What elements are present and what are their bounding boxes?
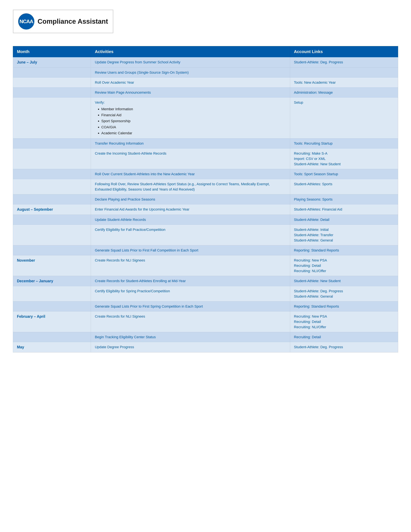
col-activities: Activities bbox=[91, 46, 290, 57]
table-row: MayUpdate Degree ProgressStudent-Athlete… bbox=[13, 342, 398, 352]
month-cell: February – April bbox=[13, 312, 91, 332]
account-cell: Recruiting: Make S-AImport: CSV or XMLSt… bbox=[290, 149, 398, 169]
activity-cell: Declare Playing and Practice Seasons bbox=[91, 194, 290, 204]
account-cell: Student-Athlete: Deg. ProgressStudent-At… bbox=[290, 286, 398, 302]
page-header: NCAA Compliance Assistant bbox=[13, 10, 398, 33]
account-cell bbox=[290, 67, 398, 77]
account-cell: Student-Athlete: Detail bbox=[290, 215, 398, 225]
month-cell bbox=[13, 245, 91, 255]
month-cell bbox=[13, 139, 91, 149]
logo-box: NCAA Compliance Assistant bbox=[13, 10, 113, 33]
month-cell bbox=[13, 302, 91, 312]
ncaa-logo: NCAA bbox=[18, 13, 34, 29]
month-cell bbox=[13, 194, 91, 204]
account-cell: Recruiting: Detail bbox=[290, 332, 398, 342]
account-cell: Tools: Sport Season Startup bbox=[290, 169, 398, 179]
table-row: Certify Eligibility for Spring Practice/… bbox=[13, 286, 398, 302]
table-row: June – JulyUpdate Degree Progress from S… bbox=[13, 57, 398, 67]
table-row: Following Roll Over, Review Student-Athl… bbox=[13, 179, 398, 194]
col-month: Month bbox=[13, 46, 91, 57]
month-cell: June – July bbox=[13, 57, 91, 67]
month-cell bbox=[13, 225, 91, 245]
activity-cell: Update Degree Progress bbox=[91, 342, 290, 352]
table-row: Roll Over Academic YearTools: New Academ… bbox=[13, 77, 398, 87]
month-cell bbox=[13, 215, 91, 225]
table-row: NovemberCreate Records for NLI SigneesRe… bbox=[13, 255, 398, 276]
table-row: Generate Squad Lists Prior to First Spri… bbox=[13, 302, 398, 312]
month-cell bbox=[13, 179, 91, 194]
month-cell bbox=[13, 149, 91, 169]
account-cell: Student-Athlete: Deg. Progress bbox=[290, 342, 398, 352]
table-row: Transfer Recruiting InformationTools: Re… bbox=[13, 139, 398, 149]
activity-cell: Enter Financial Aid Awards for the Upcom… bbox=[91, 204, 290, 215]
table-row: Review Users and Groups (Single-Source S… bbox=[13, 67, 398, 77]
table-row: Roll Over Current Student-Athletes into … bbox=[13, 169, 398, 179]
activity-cell: Create Records for NLI Signees bbox=[91, 312, 290, 332]
col-account-links: Account Links bbox=[290, 46, 398, 57]
month-cell bbox=[13, 286, 91, 302]
month-cell bbox=[13, 67, 91, 77]
month-cell bbox=[13, 332, 91, 342]
account-cell: Student-Athletes: Financial Aid bbox=[290, 204, 398, 215]
month-cell bbox=[13, 77, 91, 87]
table-row: Certify Eligibility for Fall Practice/Co… bbox=[13, 225, 398, 245]
account-cell: Student-Athlete: New Student bbox=[290, 276, 398, 286]
activity-cell: Generate Squad Lists Prior to First Spri… bbox=[91, 302, 290, 312]
account-cell: Reporting: Standard Reports bbox=[290, 302, 398, 312]
app-title: Compliance Assistant bbox=[37, 18, 108, 25]
account-cell: Playing Seasons: Sports bbox=[290, 194, 398, 204]
month-cell: August – September bbox=[13, 204, 91, 215]
activity-cell: Roll Over Academic Year bbox=[91, 77, 290, 87]
activity-cell: Update Degree Progress from Summer Schoo… bbox=[91, 57, 290, 67]
activity-cell: Certify Eligibility for Spring Practice/… bbox=[91, 286, 290, 302]
table-row: Verify:Member InformationFinancial AidSp… bbox=[13, 97, 398, 139]
account-cell: Administration: Message bbox=[290, 87, 398, 97]
table-row: August – SeptemberEnter Financial Aid Aw… bbox=[13, 204, 398, 215]
activity-cell: Transfer Recruiting Information bbox=[91, 139, 290, 149]
activity-cell: Following Roll Over, Review Student-Athl… bbox=[91, 179, 290, 194]
table-row: Create the Incoming Student-Athlete Reco… bbox=[13, 149, 398, 169]
month-cell bbox=[13, 87, 91, 97]
account-cell: Student-Athletes: Sports bbox=[290, 179, 398, 194]
activity-cell: Create Records for NLI Signees bbox=[91, 255, 290, 276]
month-cell bbox=[13, 169, 91, 179]
table-row: December – JanuaryCreate Records for Stu… bbox=[13, 276, 398, 286]
activity-cell: Review Main Page Announcements bbox=[91, 87, 290, 97]
activity-cell: Create the Incoming Student-Athlete Reco… bbox=[91, 149, 290, 169]
main-table: Month Activities Account Links June – Ju… bbox=[13, 46, 398, 352]
activity-cell: Create Records for Student-Athletes Enro… bbox=[91, 276, 290, 286]
activity-cell: Certify Eligibility for Fall Practice/Co… bbox=[91, 225, 290, 245]
account-cell: Student-Athlete: Deg. Progress bbox=[290, 57, 398, 67]
activity-cell: Verify:Member InformationFinancial AidSp… bbox=[91, 97, 290, 139]
table-row: Declare Playing and Practice SeasonsPlay… bbox=[13, 194, 398, 204]
account-cell: Reporting: Standard Reports bbox=[290, 245, 398, 255]
account-cell: Recruiting: New PSARecruiting: DetailRec… bbox=[290, 255, 398, 276]
table-row: Generate Squad Lists Prior to First Fall… bbox=[13, 245, 398, 255]
activity-cell: Begin Tracking Eligibility Center Status bbox=[91, 332, 290, 342]
account-cell: Setup bbox=[290, 97, 398, 139]
table-row: Begin Tracking Eligibility Center Status… bbox=[13, 332, 398, 342]
account-cell: Tools: New Academic Year bbox=[290, 77, 398, 87]
activity-cell: Update Student-Athlete Records bbox=[91, 215, 290, 225]
account-cell: Tools: Recruiting Startup bbox=[290, 139, 398, 149]
table-row: Update Student-Athlete RecordsStudent-At… bbox=[13, 215, 398, 225]
month-cell: May bbox=[13, 342, 91, 352]
table-row: February – AprilCreate Records for NLI S… bbox=[13, 312, 398, 332]
month-cell: December – January bbox=[13, 276, 91, 286]
table-header-row: Month Activities Account Links bbox=[13, 46, 398, 57]
activity-cell: Review Users and Groups (Single-Source S… bbox=[91, 67, 290, 77]
month-cell: November bbox=[13, 255, 91, 276]
account-cell: Student-Athlete: InitialStudent-Athlete:… bbox=[290, 225, 398, 245]
activity-cell: Generate Squad Lists Prior to First Fall… bbox=[91, 245, 290, 255]
account-cell: Recruiting: New PSARecruiting: DetailRec… bbox=[290, 312, 398, 332]
month-cell bbox=[13, 97, 91, 139]
table-row: Review Main Page AnnouncementsAdministra… bbox=[13, 87, 398, 97]
activity-cell: Roll Over Current Student-Athletes into … bbox=[91, 169, 290, 179]
